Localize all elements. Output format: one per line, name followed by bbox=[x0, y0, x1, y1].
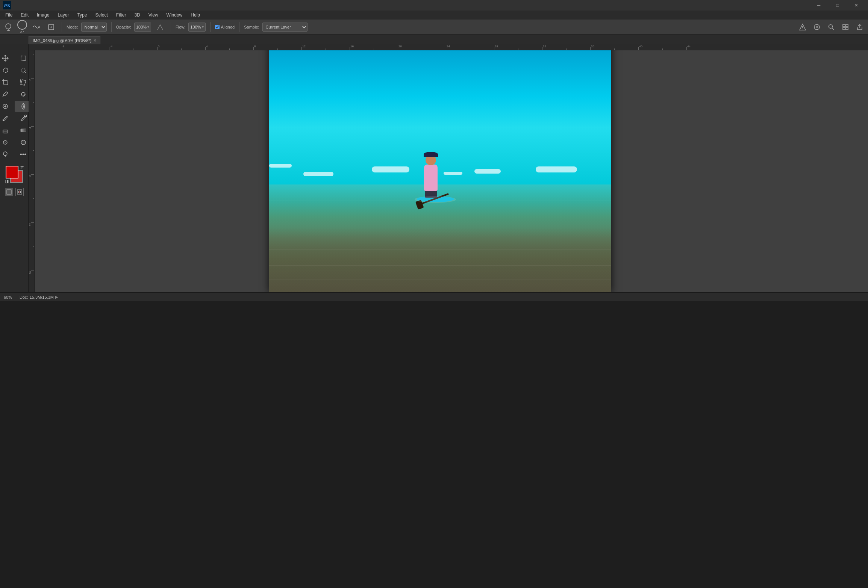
doc-size-arrow[interactable]: ▶ bbox=[55, 295, 58, 299]
arrange-icon-button[interactable] bbox=[839, 21, 851, 33]
maximize-button[interactable]: □ bbox=[829, 0, 846, 11]
opacity-label: Opacity: bbox=[116, 25, 131, 29]
default-colors-icon[interactable]: ◨ bbox=[5, 179, 9, 184]
document-tab-close[interactable]: × bbox=[94, 38, 96, 43]
svg-point-7 bbox=[829, 24, 833, 28]
zoom-status[interactable]: 60% bbox=[4, 295, 12, 299]
doc-size-value: 15,3M/15,3M bbox=[30, 295, 54, 299]
tool-row-2 bbox=[0, 65, 32, 76]
photo-canvas[interactable] bbox=[269, 50, 611, 292]
tool-row-6 bbox=[0, 113, 32, 124]
content-area: -8-4048121620242832364044 bbox=[0, 44, 868, 292]
eyedropper-tool-button[interactable] bbox=[0, 89, 14, 100]
menu-type[interactable]: Type bbox=[73, 11, 91, 19]
healing-brush-button[interactable] bbox=[0, 101, 14, 112]
svg-point-5 bbox=[802, 29, 803, 29]
lasso-tool-button[interactable] bbox=[0, 65, 14, 76]
svg-rect-13 bbox=[21, 56, 26, 60]
ps-logo-icon: Ps bbox=[3, 1, 11, 9]
svg-point-18 bbox=[3, 120, 4, 121]
menu-file[interactable]: File bbox=[2, 11, 16, 19]
ruler-top-area: -8-4048121620242832364044 bbox=[0, 44, 868, 50]
aligned-checkbox-label[interactable]: Aligned bbox=[215, 25, 235, 29]
menu-help[interactable]: Help bbox=[187, 11, 204, 19]
smudge-tool-button[interactable] bbox=[0, 137, 14, 148]
eraser-tool-button[interactable] bbox=[0, 125, 14, 136]
ignore-adj-button[interactable] bbox=[797, 21, 809, 33]
menu-3d[interactable]: 3D bbox=[130, 11, 144, 19]
sample-dropdown: Current Layer All Layers Current & Below bbox=[262, 23, 308, 32]
foreground-color-swatch[interactable] bbox=[6, 166, 18, 178]
share-icon-button[interactable] bbox=[854, 21, 866, 33]
doc-size-status: Doc: 15,3M/15,3M ▶ bbox=[20, 295, 58, 299]
menu-layer[interactable]: Layer bbox=[54, 11, 73, 19]
main-row: ••• ⇄ ◨ bbox=[0, 50, 868, 292]
close-button[interactable]: ✕ bbox=[848, 0, 865, 11]
document-tab[interactable]: IMG_0486.jpg @ 60% (RGB/8*) × bbox=[29, 36, 100, 44]
menu-window[interactable]: Window bbox=[163, 11, 186, 19]
brush-preset-picker[interactable]: 37 bbox=[17, 20, 27, 34]
svg-rect-11 bbox=[843, 27, 845, 30]
doc-tab-bar: IMG_0486.jpg @ 60% (RGB/8*) × bbox=[0, 35, 868, 44]
tool-separator-2 bbox=[7, 185, 22, 185]
airbrush-toggle-icon[interactable] bbox=[154, 21, 166, 33]
svg-point-20 bbox=[25, 116, 26, 116]
person-hat bbox=[424, 152, 438, 157]
right-options bbox=[797, 21, 866, 33]
aligned-label: Aligned bbox=[221, 25, 235, 29]
minimize-button[interactable]: ─ bbox=[810, 0, 827, 11]
zoom-value: 60% bbox=[4, 295, 12, 299]
svg-point-0 bbox=[6, 24, 11, 29]
separator-5 bbox=[239, 22, 239, 32]
svg-rect-21 bbox=[3, 130, 8, 133]
menu-edit[interactable]: Edit bbox=[17, 11, 32, 19]
opacity-arrow[interactable]: ▾ bbox=[147, 25, 149, 29]
ruler-corner bbox=[0, 44, 29, 50]
aligned-checkbox[interactable] bbox=[215, 25, 220, 29]
cloud-3 bbox=[474, 169, 501, 174]
tool-row-9: ••• bbox=[0, 149, 32, 160]
sample-select[interactable]: Current Layer All Layers Current & Below bbox=[262, 23, 308, 32]
svg-rect-22 bbox=[21, 129, 26, 132]
dodge-tool-button[interactable] bbox=[0, 149, 14, 160]
separator-1 bbox=[62, 22, 62, 32]
brush-size-circle bbox=[17, 20, 27, 30]
tool-row-4 bbox=[0, 89, 32, 100]
flow-value: 100% bbox=[190, 25, 201, 29]
search-icon-button[interactable] bbox=[825, 21, 837, 33]
opacity-input[interactable]: 100% ▾ bbox=[134, 23, 151, 32]
move-tool-button[interactable] bbox=[0, 53, 14, 64]
menu-filter[interactable]: Filter bbox=[112, 11, 130, 19]
menu-image[interactable]: Image bbox=[33, 11, 53, 19]
smart-heal-button[interactable] bbox=[811, 21, 823, 33]
canvas-workspace[interactable] bbox=[35, 50, 868, 292]
switch-colors-icon[interactable]: ⇄ bbox=[20, 165, 24, 170]
menu-view[interactable]: View bbox=[145, 11, 162, 19]
flow-input[interactable]: 100% ▾ bbox=[188, 23, 205, 32]
crop-tool-button[interactable] bbox=[0, 77, 14, 88]
tool-panel: ••• ⇄ ◨ bbox=[0, 50, 29, 292]
tool-separator-1 bbox=[7, 162, 22, 162]
foreground-rocks bbox=[269, 228, 611, 292]
quick-mask-button[interactable] bbox=[15, 188, 24, 196]
svg-rect-10 bbox=[846, 24, 848, 27]
toggle-airbrush-button[interactable] bbox=[30, 21, 42, 33]
svg-rect-26 bbox=[7, 190, 11, 194]
standard-mode-button[interactable] bbox=[5, 188, 13, 196]
brush-tool-button[interactable] bbox=[0, 113, 14, 124]
cloud-1 bbox=[303, 172, 333, 176]
cloud-4 bbox=[536, 166, 577, 172]
flow-arrow[interactable]: ▾ bbox=[202, 25, 204, 29]
person-paddleboard-layer bbox=[413, 138, 458, 206]
ruler-top: -8-4048121620242832364044 bbox=[57, 44, 868, 50]
opacity-value: 100% bbox=[136, 25, 147, 29]
doc-size-label: Doc: bbox=[20, 295, 28, 299]
toggle-cloneoverlay-button[interactable] bbox=[45, 21, 57, 33]
separator-3 bbox=[171, 22, 171, 32]
tool-preset-picker-button[interactable] bbox=[2, 21, 14, 33]
brush-size-label: 37 bbox=[20, 30, 24, 34]
mode-select[interactable]: Normal Darken Lighten Multiply Screen bbox=[81, 23, 107, 32]
svg-point-28 bbox=[18, 191, 21, 193]
menu-select[interactable]: Select bbox=[91, 11, 111, 19]
svg-point-24 bbox=[21, 140, 26, 145]
